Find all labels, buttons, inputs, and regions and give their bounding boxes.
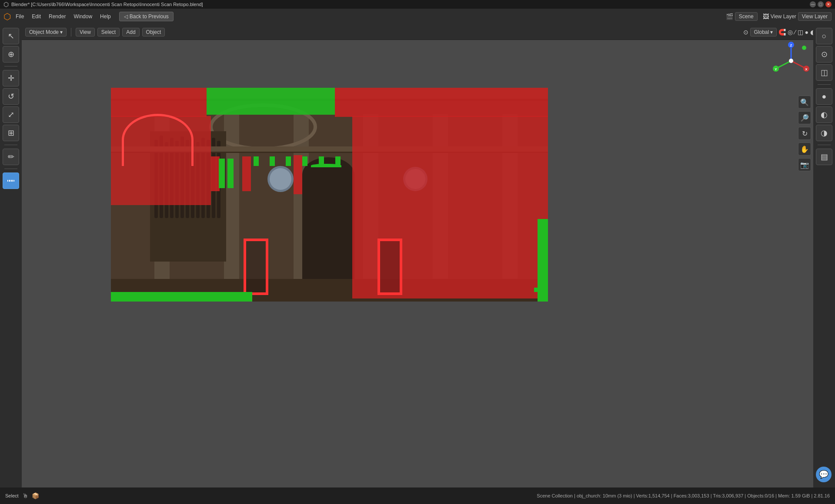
- maximize-button[interactable]: □: [818, 1, 824, 7]
- material-mode-button[interactable]: ◐: [816, 106, 832, 123]
- menu-render[interactable]: Render: [46, 12, 69, 21]
- viewport-shading-button[interactable]: ○: [816, 28, 832, 44]
- viewport[interactable]: [22, 40, 813, 487]
- chevron-down-icon-2: ▾: [770, 29, 773, 35]
- green-arch-center: [311, 164, 341, 167]
- stats-text: Scene Collection | obj_church: 10mm (3 m…: [537, 493, 830, 498]
- green-sm-4: [302, 156, 307, 166]
- transform-tool-button[interactable]: ⊞: [3, 125, 19, 141]
- svg-line-10: [777, 61, 791, 68]
- camera-view-button[interactable]: 📷: [798, 158, 811, 171]
- svg-point-13: [789, 59, 793, 63]
- properties-button[interactable]: ▤: [816, 149, 832, 165]
- toolbar-divider-2: [4, 145, 17, 145]
- green-sm-3: [286, 156, 291, 166]
- select-menu[interactable]: Select: [97, 28, 120, 36]
- green-top-center: [207, 88, 335, 115]
- view-layer-name-field[interactable]: View Layer: [798, 12, 832, 21]
- menu-file[interactable]: File: [13, 12, 27, 21]
- menu-bar: ⬡ File Edit Render Window Help ◁ Back to…: [0, 9, 835, 24]
- church-scene-container: [111, 88, 548, 302]
- svg-text:Y: Y: [775, 67, 777, 71]
- object-menu[interactable]: Object: [142, 28, 165, 36]
- annotate-tool-button[interactable]: ✏: [3, 149, 19, 165]
- pan-button[interactable]: ✋: [798, 143, 811, 156]
- red-door-left: [244, 239, 268, 295]
- close-button[interactable]: ✕: [825, 1, 832, 7]
- svg-rect-3: [13, 179, 13, 182]
- svg-rect-1: [8, 179, 9, 182]
- red-strip-1: [211, 156, 220, 191]
- green-arch-rect-1: [219, 159, 225, 188]
- blender-logo: ⬡: [3, 11, 11, 22]
- svg-rect-2: [10, 179, 11, 182]
- object-mode-dropdown[interactable]: Object Mode ▾: [25, 28, 67, 36]
- select-tool-button[interactable]: ↖: [3, 28, 19, 44]
- red-arch-outline: [122, 114, 194, 166]
- overlay-button[interactable]: ⊙: [816, 46, 832, 63]
- green-right-vertical: [538, 219, 548, 302]
- green-sm-2: [270, 156, 275, 166]
- red-strip-2: [242, 156, 251, 191]
- scene-icon: 🎬: [726, 13, 733, 20]
- zoom-in-button[interactable]: 🔍: [798, 96, 811, 109]
- svg-text:Z: Z: [790, 43, 792, 47]
- zoom-out-button[interactable]: 🔎: [798, 111, 811, 124]
- scene-name-field[interactable]: Scene: [735, 12, 758, 21]
- snap-icon: 🧲: [778, 29, 786, 36]
- title-bar-left: ⬡ Blender* [C:\Users\lb766\Workspace\Inn…: [3, 1, 203, 8]
- svg-point-43: [270, 168, 291, 190]
- green-bottom-strip: [111, 292, 252, 302]
- chevron-down-icon: ▾: [60, 29, 63, 35]
- proportional-icon: ◎: [788, 29, 793, 36]
- blender-icon: ⬡: [3, 1, 9, 8]
- select-icon: 🖱: [22, 492, 28, 499]
- pivot-icon: ⊙: [743, 29, 748, 36]
- back-to-previous-button[interactable]: ◁ Back to Previous: [119, 12, 174, 21]
- measure-icon: [7, 176, 15, 185]
- title-bar: ⬡ Blender* [C:\Users\lb766\Workspace\Inn…: [0, 0, 835, 9]
- scene-selector: 🎬 Scene 🖼 View Layer View Layer: [726, 12, 832, 21]
- global-transform-dropdown[interactable]: Global ▾: [750, 28, 777, 36]
- xray-button[interactable]: ◫: [816, 64, 832, 81]
- red-top-left: [111, 88, 207, 117]
- menu-window[interactable]: Window: [70, 12, 95, 21]
- solid-mode-button[interactable]: ●: [816, 88, 832, 105]
- right-toolbar: ○ ⊙ ◫ ● ◐ ◑ ▤: [813, 24, 835, 495]
- green-corner-detail: [534, 288, 538, 292]
- orbit-button[interactable]: ↻: [798, 127, 811, 140]
- view-menu[interactable]: View: [76, 28, 95, 36]
- xray-icon: ◫: [798, 29, 803, 36]
- render-mode-button[interactable]: ◑: [816, 125, 832, 141]
- green-arch-rect-2: [227, 159, 234, 188]
- back-icon: ◁: [124, 13, 128, 20]
- cursor-tool-button[interactable]: ⊕: [3, 46, 19, 63]
- left-toolbar: ↖ ⊕ ✛ ↺ ⤢ ⊞ ✏: [0, 24, 22, 495]
- red-top-right: [335, 88, 548, 117]
- toolbar-divider-1: [4, 66, 17, 66]
- toolbar-divider-3: [4, 169, 17, 169]
- red-door-right: [377, 239, 402, 295]
- title-bar-title: Blender* [C:\Users\lb766\Workspace\Innoc…: [11, 2, 203, 7]
- add-menu[interactable]: Add: [122, 28, 139, 36]
- scale-tool-button[interactable]: ⤢: [3, 106, 19, 123]
- chat-button[interactable]: 💬: [816, 467, 832, 482]
- move-tool-button[interactable]: ✛: [3, 70, 19, 86]
- menu-edit[interactable]: Edit: [29, 12, 44, 21]
- separator-1: [71, 28, 71, 36]
- status-bar: Select 🖱 📦 Scene Collection | obj_church…: [0, 487, 835, 504]
- navigation-controls: 🔍 🔎 ↻ ✋ 📷: [798, 52, 811, 171]
- minimize-button[interactable]: —: [810, 1, 816, 7]
- view-layer-label: View Layer: [771, 13, 796, 20]
- object-mode-label: Object Mode: [29, 29, 59, 35]
- shading-solid-icon: ●: [805, 29, 808, 36]
- rotate-tool-button[interactable]: ↺: [3, 88, 19, 105]
- svg-point-14: [802, 46, 806, 50]
- green-sm-1: [254, 156, 259, 166]
- menu-help[interactable]: Help: [97, 12, 114, 21]
- overlay-icon: ∕: [795, 29, 795, 36]
- status-icon-2: 📦: [32, 492, 39, 499]
- measure-tool-button[interactable]: [3, 172, 19, 189]
- right-divider-1: [818, 84, 831, 85]
- header-toolbar: Object Mode ▾ View Select Add Object ⊙ G…: [22, 24, 835, 40]
